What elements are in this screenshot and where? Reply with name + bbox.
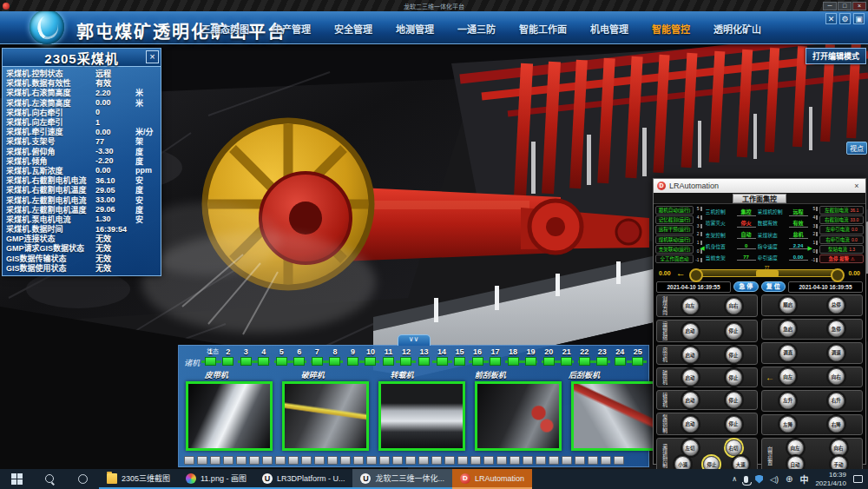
wrench-icon[interactable]: ✕ [825, 13, 837, 24]
nav-item-生产管理[interactable]: 生产管理 [273, 22, 311, 36]
maximize-view-icon[interactable]: ▣ [853, 13, 865, 24]
support-status-block[interactable] [437, 357, 448, 366]
support-status-block[interactable] [383, 357, 394, 366]
mode-button[interactable]: 全工作面启动 [655, 254, 694, 263]
cortana-icon[interactable] [66, 469, 99, 489]
taskbar-app-2305三维截图[interactable]: 2305三维截图 [99, 469, 178, 489]
motor-current-button[interactable]: 右牵引电流0.0 [819, 235, 864, 244]
mode-button[interactable]: 远程干预(运行) [655, 225, 694, 234]
support-status-block[interactable] [276, 357, 287, 366]
support-status-block[interactable] [525, 357, 536, 366]
support-status-block[interactable] [632, 357, 643, 366]
control-button-顺启[interactable]: 顺启 [779, 297, 796, 314]
support-status-block[interactable] [472, 357, 483, 366]
gear-icon[interactable]: ⚙ [839, 13, 851, 24]
motor-current-button[interactable]: 泵站电流1.3 [819, 245, 864, 254]
camera-thumbnail[interactable] [282, 381, 369, 451]
control-button-向左[interactable]: 向左 [779, 368, 796, 385]
microphone-icon[interactable] [744, 476, 748, 483]
control-button-启动[interactable]: 启动 [682, 347, 699, 363]
control-button-右降[interactable]: 右降 [828, 416, 845, 433]
ime-indicator[interactable]: 中 [799, 472, 808, 486]
nav-item-一通三防[interactable]: 一通三防 [457, 22, 496, 36]
close-button[interactable]: × [852, 2, 866, 10]
camera-thumbnail[interactable] [378, 381, 465, 451]
control-button-左切[interactable]: 左切 [682, 439, 699, 456]
control-button-左降[interactable]: 左降 [779, 416, 796, 433]
nav-item-智能工作面[interactable]: 智能工作面 [519, 22, 567, 36]
nav-item-透明化矿山[interactable]: 透明化矿山 [713, 22, 761, 36]
control-button-停止[interactable]: 停止 [726, 323, 742, 340]
support-status-block[interactable] [205, 357, 216, 366]
taskbar-app-11.png - 画图[interactable]: 11.png - 画图 [178, 469, 254, 489]
nav-item-机电管理[interactable]: 机电管理 [590, 22, 628, 36]
mode-button[interactable]: 记忆截割(运行) [655, 215, 694, 224]
support-status-block[interactable] [418, 357, 430, 366]
control-button-调速[interactable]: 调速 [828, 345, 845, 361]
mode-button[interactable]: 跟机自动(运行) [655, 206, 694, 215]
support-status-block[interactable] [561, 357, 572, 366]
lra-close-icon[interactable]: × [852, 182, 862, 190]
chevron-down-icon[interactable]: ∨∨ [398, 334, 431, 346]
volume-icon[interactable]: ◁) [770, 475, 779, 484]
control-button-启动[interactable]: 启动 [682, 392, 699, 408]
minimize-button[interactable]: ─ [823, 2, 837, 10]
control-button-停止[interactable]: 停止 [726, 416, 742, 433]
start-button[interactable] [0, 469, 33, 489]
control-button-启动[interactable]: 启动 [682, 369, 699, 386]
control-button-向左[interactable]: 向左 [682, 298, 699, 314]
clock[interactable]: 16:39 2021/4/10 [815, 471, 846, 487]
search-icon[interactable] [33, 469, 66, 489]
support-status-block[interactable] [258, 357, 269, 366]
control-button-右升[interactable]: 右升 [828, 393, 845, 409]
support-status-block[interactable] [312, 357, 323, 366]
control-button-停止[interactable]: 停止 [726, 347, 742, 363]
support-status-block[interactable] [543, 357, 555, 366]
control-button-向左[interactable]: 向左 [787, 439, 804, 456]
taskbar-app-LR3DPlatform - U...[interactable]: ULR3DPlatform - U... [254, 469, 353, 489]
control-button-调直[interactable]: 调直 [779, 345, 796, 361]
support-status-block[interactable] [365, 357, 376, 366]
motor-current-button[interactable]: 左牵引电流0.0 [819, 225, 864, 234]
support-status-block[interactable] [400, 357, 411, 366]
nav-item-智能管控[interactable]: 智能管控 [652, 22, 690, 36]
control-button-急停[interactable]: 急停 [828, 320, 845, 337]
camera-thumbnail[interactable] [475, 381, 562, 451]
support-status-block[interactable] [329, 357, 340, 366]
control-button-启动[interactable]: 启动 [682, 416, 699, 433]
control-button-向右[interactable]: 向右 [726, 298, 742, 314]
panel-close-icon[interactable]: × [146, 50, 159, 63]
motor-current-button[interactable]: 右截割电流33.0 [819, 215, 864, 224]
support-status-block[interactable] [347, 357, 358, 366]
support-status-block[interactable] [240, 357, 252, 366]
alarm-button[interactable]: 急停 报警 ⚠ [819, 254, 864, 263]
support-status-block[interactable] [293, 357, 305, 366]
support-status-block[interactable] [508, 357, 519, 366]
control-button-向右[interactable]: 向右 [831, 439, 847, 456]
support-status-block[interactable] [490, 357, 501, 366]
mode-button[interactable]: 支架联动(运行) [655, 245, 694, 254]
control-button-左升[interactable]: 左升 [779, 393, 796, 409]
defender-shield-icon[interactable] [755, 475, 763, 484]
control-button-停止[interactable]: 停止 [726, 392, 742, 408]
support-status-block[interactable] [454, 357, 465, 366]
support-status-block[interactable] [596, 357, 608, 366]
control-button-总停[interactable]: 总停 [828, 297, 845, 314]
tray-chevron-icon[interactable]: ∧ [732, 475, 737, 483]
motor-current-button[interactable]: 左截割电流36.1 [819, 206, 864, 215]
notification-icon[interactable] [853, 475, 863, 483]
control-button-向右[interactable]: 向右 [828, 368, 845, 385]
control-button-急启[interactable]: 急启 [779, 320, 796, 337]
control-button-停止[interactable]: 停止 [726, 369, 742, 386]
taskbar-app-LRAutomation[interactable]: DLRAutomation [452, 469, 532, 489]
control-button-启动[interactable]: 启动 [682, 323, 699, 340]
maximize-button[interactable]: □ [838, 2, 852, 10]
camera-thumbnail[interactable] [186, 381, 273, 451]
nav-item-地测管理[interactable]: 地测管理 [396, 22, 434, 36]
support-status-block[interactable] [615, 357, 626, 366]
stop-button[interactable]: 急 停 [733, 281, 759, 292]
reset-button[interactable]: 复 位 [761, 281, 786, 292]
control-button-右切[interactable]: 右切 [726, 439, 742, 456]
camera-thumbnail[interactable] [571, 381, 658, 451]
network-globe-icon[interactable]: ⊕ [786, 474, 792, 484]
